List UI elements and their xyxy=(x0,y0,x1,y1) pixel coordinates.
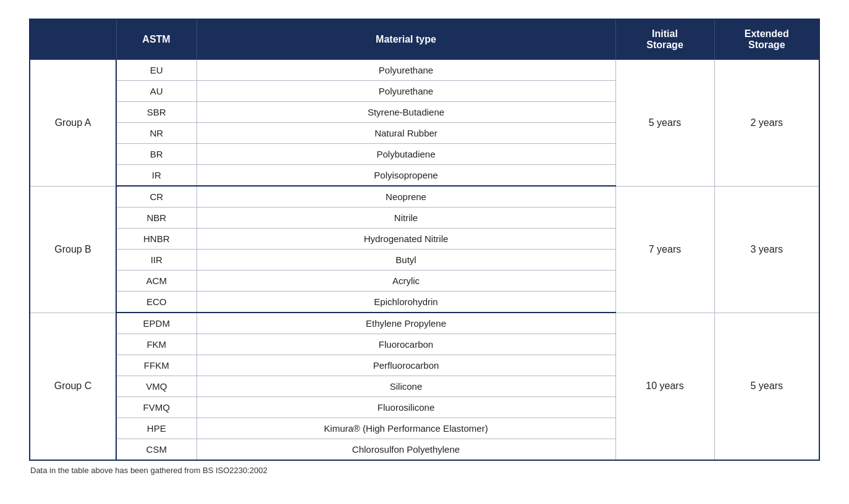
initial-storage-cell: 10 years xyxy=(615,313,714,460)
header-group xyxy=(30,19,116,60)
astm-cell: BR xyxy=(116,144,196,165)
astm-cell: ACM xyxy=(116,271,196,292)
astm-cell: CSM xyxy=(116,439,196,461)
material-type-cell: Butyl xyxy=(196,250,615,271)
extended-storage-cell: 5 years xyxy=(714,313,819,460)
group-label-group-b: Group B xyxy=(30,186,116,313)
material-type-cell: Chlorosulfon Polyethylene xyxy=(196,439,615,461)
initial-storage-cell: 7 years xyxy=(615,186,714,313)
astm-cell: IR xyxy=(116,165,196,187)
astm-cell: NBR xyxy=(116,208,196,229)
material-type-cell: Kimura® (High Performance Elastomer) xyxy=(196,418,615,439)
astm-cell: FKM xyxy=(116,334,196,355)
extended-storage-cell: 3 years xyxy=(714,186,819,313)
header-astm: ASTM xyxy=(116,19,196,60)
group-label-group-a: Group A xyxy=(30,60,116,187)
material-type-cell: Polyisopropene xyxy=(196,165,615,187)
astm-cell: HPE xyxy=(116,418,196,439)
footnote: Data in the table above has been gathere… xyxy=(29,466,820,475)
initial-storage-cell: 5 years xyxy=(615,60,714,187)
header-extended-storage: ExtendedStorage xyxy=(714,19,819,60)
astm-cell: FVMQ xyxy=(116,397,196,418)
astm-cell: ECO xyxy=(116,292,196,313)
table-header-row: ASTM Material type InitialStorage Extend… xyxy=(30,19,819,60)
material-type-cell: Epichlorohydrin xyxy=(196,292,615,313)
material-type-cell: Polyurethane xyxy=(196,60,615,81)
storage-table: ASTM Material type InitialStorage Extend… xyxy=(29,19,820,461)
material-type-cell: Styrene-Butadiene xyxy=(196,102,615,123)
astm-cell: AU xyxy=(116,81,196,102)
material-type-cell: Silicone xyxy=(196,376,615,397)
material-type-cell: Neoprene xyxy=(196,186,615,208)
page-container: ASTM Material type InitialStorage Extend… xyxy=(29,19,820,475)
material-type-cell: Fluorocarbon xyxy=(196,334,615,355)
material-type-cell: Hydrogenated Nitrile xyxy=(196,229,615,250)
astm-cell: FFKM xyxy=(116,355,196,376)
material-type-cell: Ethylene Propylene xyxy=(196,313,615,334)
astm-cell: CR xyxy=(116,186,196,208)
material-type-cell: Polybutadiene xyxy=(196,144,615,165)
astm-cell: NR xyxy=(116,123,196,144)
astm-cell: HNBR xyxy=(116,229,196,250)
material-type-cell: Natural Rubber xyxy=(196,123,615,144)
astm-cell: IIR xyxy=(116,250,196,271)
material-type-cell: Acrylic xyxy=(196,271,615,292)
astm-cell: EPDM xyxy=(116,313,196,334)
material-type-cell: Fluorosilicone xyxy=(196,397,615,418)
astm-cell: EU xyxy=(116,60,196,81)
extended-storage-cell: 2 years xyxy=(714,60,819,187)
material-type-cell: Polyurethane xyxy=(196,81,615,102)
material-type-cell: Perfluorocarbon xyxy=(196,355,615,376)
material-type-cell: Nitrile xyxy=(196,208,615,229)
astm-cell: VMQ xyxy=(116,376,196,397)
header-material-type: Material type xyxy=(196,19,615,60)
header-initial-storage: InitialStorage xyxy=(615,19,714,60)
group-label-group-c: Group C xyxy=(30,313,116,460)
astm-cell: SBR xyxy=(116,102,196,123)
